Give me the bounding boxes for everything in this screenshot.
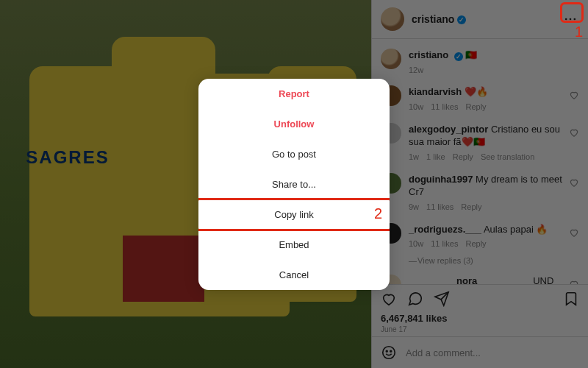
options-sheet: Report Unfollow Go to post Share to... C… <box>198 79 390 290</box>
menu-embed[interactable]: Embed <box>198 230 390 260</box>
menu-report[interactable]: Report <box>198 79 390 109</box>
modal-overlay[interactable]: Report Unfollow Go to post Share to... C… <box>0 0 588 368</box>
menu-share-to[interactable]: Share to... <box>198 169 390 199</box>
menu-unfollow[interactable]: Unfollow <box>198 109 390 139</box>
menu-cancel[interactable]: Cancel <box>198 260 390 290</box>
menu-copy-link[interactable]: Copy link <box>198 199 390 230</box>
menu-go-to-post[interactable]: Go to post <box>198 139 390 169</box>
